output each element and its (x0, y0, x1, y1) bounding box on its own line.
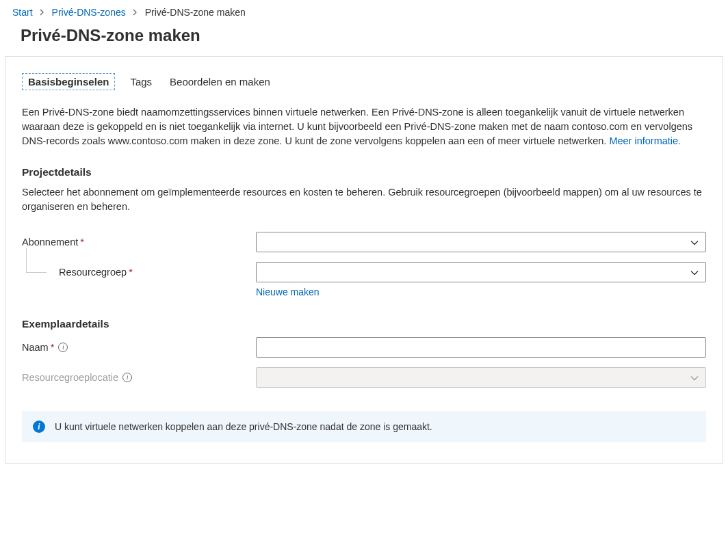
project-details-heading: Projectdetails (22, 166, 706, 178)
breadcrumb: Start Privé-DNS-zones Privé-DNS-zone mak… (0, 0, 728, 23)
more-info-link[interactable]: Meer informatie. (609, 135, 681, 146)
chevron-down-icon (690, 373, 699, 382)
tab-bar: Basisbeginselen Tags Beoordelen en maken (22, 73, 706, 90)
chevron-right-icon (133, 7, 138, 18)
subscription-select[interactable] (256, 232, 706, 252)
project-details-desc: Selecteer het abonnement om geïmplemente… (22, 185, 706, 214)
page-title: Privé-DNS-zone maken (0, 23, 728, 56)
chevron-down-icon (690, 238, 699, 246)
tab-tags[interactable]: Tags (127, 73, 155, 90)
chevron-right-icon (40, 7, 45, 18)
tab-review-create[interactable]: Beoordelen en maken (167, 73, 273, 90)
intro-text: Een Privé-DNS-zone biedt naamomzettingss… (22, 105, 706, 148)
info-icon[interactable]: i (58, 343, 68, 352)
breadcrumb-start[interactable]: Start (12, 7, 33, 18)
name-input[interactable] (256, 337, 706, 358)
breadcrumb-zones[interactable]: Privé-DNS-zones (52, 7, 126, 18)
info-banner-text: U kunt virtuele netwerken koppelen aan d… (55, 421, 432, 432)
name-label: Naam* i (22, 337, 256, 358)
tab-basisbeginselen[interactable]: Basisbeginselen (22, 73, 115, 90)
info-icon[interactable]: i (122, 373, 132, 382)
location-label: Resourcegroeplocatie i (22, 367, 256, 388)
resource-group-select[interactable] (256, 262, 706, 282)
chevron-down-icon (690, 268, 699, 276)
info-banner: i U kunt virtuele netwerken koppelen aan… (22, 411, 706, 442)
tree-connector-icon (26, 248, 47, 273)
resource-group-label: Resourcegroep* (22, 262, 256, 282)
info-icon: i (33, 421, 45, 433)
location-select (256, 367, 706, 388)
subscription-label: Abonnement* (22, 232, 256, 252)
intro-body: Een Privé-DNS-zone biedt naamomzettingss… (22, 107, 692, 146)
create-panel: Basisbeginselen Tags Beoordelen en maken… (5, 56, 723, 464)
instance-details-heading: Exemplaardetails (22, 318, 706, 330)
breadcrumb-current: Privé-DNS-zone maken (145, 7, 246, 18)
create-new-link[interactable]: Nieuwe maken (256, 286, 320, 297)
